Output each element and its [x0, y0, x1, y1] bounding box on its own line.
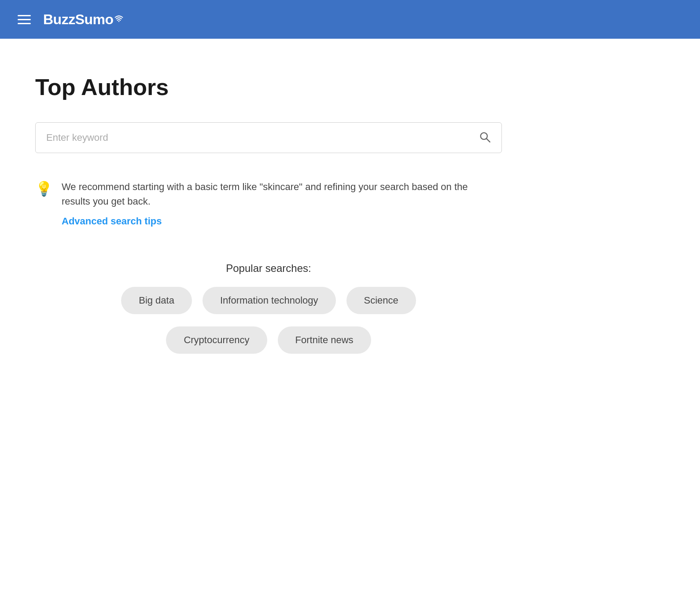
- logo-text: BuzzSumo: [43, 11, 114, 27]
- tip-content: We recommend starting with a basic term …: [62, 180, 484, 227]
- header: BuzzSumo: [0, 0, 700, 39]
- page-title: Top Authors: [35, 74, 493, 100]
- hamburger-menu-button[interactable]: [18, 15, 31, 24]
- tip-text: We recommend starting with a basic term …: [62, 180, 484, 209]
- svg-point-0: [118, 21, 119, 22]
- popular-searches-row-2: Cryptocurrency Fortnite news: [166, 326, 371, 354]
- search-input[interactable]: [46, 132, 479, 143]
- popular-searches-label: Popular searches:: [226, 262, 311, 275]
- popular-tag-information-technology[interactable]: Information technology: [203, 287, 336, 314]
- logo: BuzzSumo: [43, 11, 123, 28]
- advanced-search-tips-link[interactable]: Advanced search tips: [62, 216, 484, 227]
- logo-wifi-icon: [114, 15, 123, 22]
- tip-section: 💡 We recommend starting with a basic ter…: [35, 180, 493, 227]
- popular-searches-row-1: Big data Information technology Science: [121, 287, 416, 314]
- popular-tag-science[interactable]: Science: [346, 287, 416, 314]
- popular-tag-fortnite-news[interactable]: Fortnite news: [278, 326, 371, 354]
- search-icon[interactable]: [479, 131, 491, 145]
- bulb-icon: 💡: [35, 180, 53, 197]
- popular-searches-section: Popular searches: Big data Information t…: [35, 262, 502, 354]
- search-bar: [35, 122, 502, 153]
- svg-line-2: [486, 139, 490, 142]
- popular-tag-cryptocurrency[interactable]: Cryptocurrency: [166, 326, 267, 354]
- main-content: Top Authors 💡 We recommend starting with…: [0, 39, 528, 380]
- popular-tag-big-data[interactable]: Big data: [121, 287, 192, 314]
